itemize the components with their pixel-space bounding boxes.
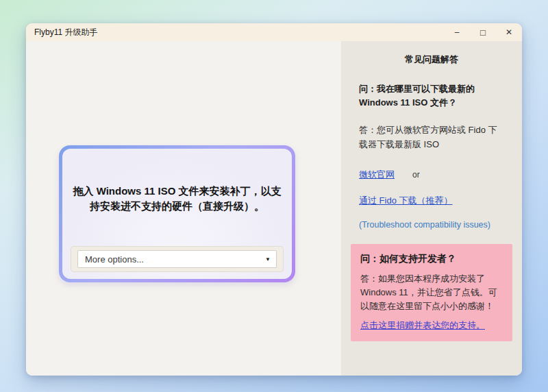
drop-instruction-line1: 拖入 Windows 11 ISO 文件来安装补丁，以支 xyxy=(73,184,281,199)
window-content: 拖入 Windows 11 ISO 文件来安装补丁，以支 持安装进不支持的硬件（… xyxy=(26,41,522,376)
microsoft-official-link[interactable]: 微软官网 xyxy=(359,169,395,181)
fido-download-link[interactable]: 通过 Fido 下载（推荐） xyxy=(359,195,453,206)
minimize-button[interactable]: – xyxy=(444,23,470,41)
more-options-dropdown[interactable]: More options... ▼ xyxy=(77,250,277,268)
iso-drop-zone[interactable]: 拖入 Windows 11 ISO 文件来安装补丁，以支 持安装进不支持的硬件（… xyxy=(59,145,295,282)
download-links-row: 微软官网 or xyxy=(359,169,504,181)
faq-sidebar: 常见问题解答 问：我在哪里可以下载最新的 Windows 11 ISO 文件？ … xyxy=(341,41,522,376)
window-controls: – □ ✕ xyxy=(444,23,522,41)
window-title: Flyby11 升级助手 xyxy=(26,27,444,38)
donate-box: 问：如何支持开发者？ 答：如果您因本程序成功安装了 Windows 11，并让您… xyxy=(351,244,512,341)
maximize-button[interactable]: □ xyxy=(470,23,496,41)
close-button[interactable]: ✕ xyxy=(496,23,522,41)
options-strip: More options... ▼ xyxy=(71,246,284,272)
fido-link-row: 通过 Fido 下载（推荐） xyxy=(359,195,504,207)
faq2-question: 问：如何支持开发者？ xyxy=(360,253,503,265)
chevron-down-icon[interactable]: ▼ xyxy=(260,256,276,262)
titlebar: Flyby11 升级助手 – □ ✕ xyxy=(26,23,522,41)
faq2-answer: 答：如果您因本程序成功安装了 Windows 11，并让您省了点钱。可以随意在这… xyxy=(360,272,503,313)
faq1-answer: 答：您可从微软官方网站或 Fido 下载器下载最新版 ISO xyxy=(359,123,504,152)
more-options-value: More options... xyxy=(78,254,260,265)
or-label: or xyxy=(412,170,420,180)
app-window: Flyby11 升级助手 – □ ✕ 拖入 Windows 11 ISO 文件来… xyxy=(26,23,522,376)
iso-drop-zone-inner: 拖入 Windows 11 ISO 文件来安装补丁，以支 持安装进不支持的硬件（… xyxy=(62,149,292,279)
faq-heading: 常见问题解答 xyxy=(351,53,512,66)
drop-instruction-line2: 持安装进不支持的硬件（直接升级）。 xyxy=(73,199,281,215)
main-panel: 拖入 Windows 11 ISO 文件来安装补丁，以支 持安装进不支持的硬件（… xyxy=(26,41,341,376)
donate-link[interactable]: 点击这里捐赠并表达您的支持。 xyxy=(360,319,485,332)
troubleshoot-link[interactable]: (Troubleshoot compatibility issues) xyxy=(359,220,504,230)
faq1-question: 问：我在哪里可以下载最新的 Windows 11 ISO 文件？ xyxy=(359,82,504,110)
drop-instruction-text: 拖入 Windows 11 ISO 文件来安装补丁，以支 持安装进不支持的硬件（… xyxy=(73,184,281,215)
